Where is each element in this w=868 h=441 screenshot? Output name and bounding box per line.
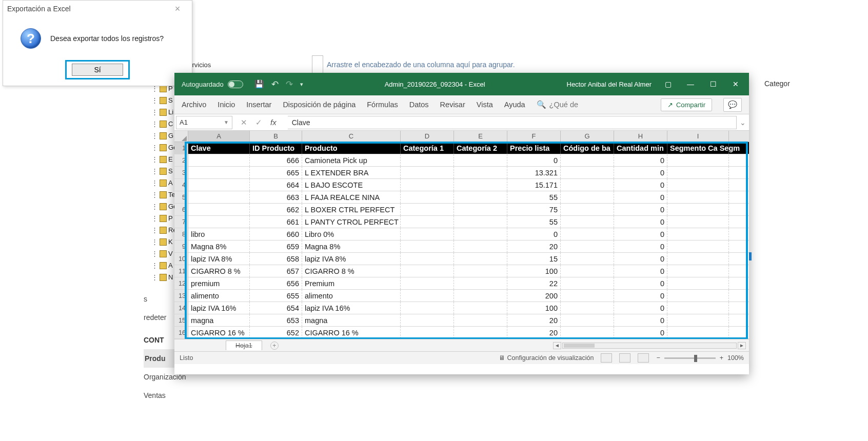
cell[interactable]: [401, 191, 454, 203]
cell[interactable]: [667, 302, 729, 314]
header-cell[interactable]: Categoría 2: [454, 142, 507, 154]
cell[interactable]: [454, 228, 507, 240]
fx-icon[interactable]: fx: [270, 118, 280, 127]
row-header[interactable]: 12: [174, 277, 188, 290]
cell[interactable]: [561, 277, 614, 289]
cell[interactable]: 200: [507, 290, 561, 302]
cell[interactable]: [454, 265, 507, 277]
tab-datos[interactable]: Datos: [409, 101, 429, 109]
view-layout-icon[interactable]: [619, 353, 630, 363]
sheet-tab[interactable]: Hoja1: [226, 340, 262, 350]
cell[interactable]: L EXTENDER BRA: [302, 167, 401, 178]
cell[interactable]: 100: [507, 302, 561, 314]
col-H[interactable]: H: [614, 131, 667, 142]
cell[interactable]: [401, 154, 454, 166]
cell[interactable]: 0: [614, 240, 667, 252]
accept-formula-icon[interactable]: ✓: [255, 118, 262, 127]
row-header[interactable]: 4: [174, 179, 188, 191]
tab-formulas[interactable]: Fórmulas: [367, 101, 398, 109]
cell[interactable]: [667, 290, 729, 302]
cell[interactable]: [561, 314, 614, 326]
cell[interactable]: 660: [250, 228, 302, 240]
cell[interactable]: 0: [614, 179, 667, 191]
cell[interactable]: Libro 0%: [302, 228, 401, 240]
header-cell[interactable]: Clave: [188, 142, 250, 154]
cell[interactable]: 15: [507, 253, 561, 265]
cell[interactable]: L BOXER CTRL PERFECT: [302, 204, 401, 215]
cell[interactable]: [454, 154, 507, 166]
cell[interactable]: [401, 265, 454, 277]
maximize-icon[interactable]: ☐: [704, 77, 722, 91]
cell[interactable]: 20: [507, 240, 561, 252]
cell[interactable]: [561, 240, 614, 252]
cell[interactable]: [401, 253, 454, 265]
cell[interactable]: [188, 204, 250, 215]
cell[interactable]: 0: [614, 204, 667, 215]
col-B[interactable]: B: [250, 131, 302, 142]
display-settings[interactable]: 🖥 Configuración de visualización: [499, 354, 594, 362]
cell[interactable]: 654: [250, 302, 302, 314]
cell[interactable]: Magna 8%: [302, 240, 401, 252]
cell[interactable]: [561, 253, 614, 265]
ribbon-options-icon[interactable]: ▢: [659, 77, 677, 91]
cell[interactable]: [188, 154, 250, 166]
cell[interactable]: [401, 314, 454, 326]
row-header[interactable]: 6: [174, 204, 188, 216]
cell[interactable]: [667, 216, 729, 228]
zoom-out-icon[interactable]: −: [656, 354, 660, 362]
cell[interactable]: [561, 290, 614, 302]
scroll-left-icon[interactable]: ◄: [553, 342, 561, 349]
cell[interactable]: [667, 179, 729, 191]
cell[interactable]: [667, 277, 729, 289]
row-header[interactable]: 3: [174, 167, 188, 179]
cell[interactable]: lapiz IVA 8%: [302, 253, 401, 265]
cell[interactable]: [667, 314, 729, 326]
cell[interactable]: 0: [507, 228, 561, 240]
row-header[interactable]: 11: [174, 265, 188, 277]
save-icon[interactable]: 💾: [254, 79, 264, 89]
row-header[interactable]: 15: [174, 314, 188, 327]
cell[interactable]: 55: [507, 191, 561, 203]
horizontal-scrollbar[interactable]: ◄ ►: [553, 342, 746, 349]
tab-ventas[interactable]: Ventas: [144, 386, 186, 405]
header-cell[interactable]: Categoría 1: [401, 142, 454, 154]
cell[interactable]: [561, 191, 614, 203]
cell[interactable]: [401, 290, 454, 302]
view-pagebreak-icon[interactable]: [638, 353, 649, 363]
cell[interactable]: [454, 253, 507, 265]
cell[interactable]: lapiz IVA 16%: [188, 302, 250, 314]
cell[interactable]: magna: [188, 314, 250, 326]
chevron-down-icon[interactable]: ▼: [224, 119, 229, 125]
cell[interactable]: 100: [507, 265, 561, 277]
cell[interactable]: [454, 314, 507, 326]
cell[interactable]: [401, 302, 454, 314]
cell[interactable]: 0: [614, 228, 667, 240]
cell[interactable]: [454, 216, 507, 228]
cell[interactable]: 0: [614, 191, 667, 203]
cell[interactable]: [401, 277, 454, 289]
row-header[interactable]: 14: [174, 302, 188, 314]
tab-disposicion[interactable]: Disposición de página: [283, 101, 356, 109]
cell[interactable]: alimento: [302, 290, 401, 302]
select-all-corner[interactable]: [174, 131, 188, 142]
cell[interactable]: lapiz IVA 16%: [302, 302, 401, 314]
cell[interactable]: [454, 204, 507, 215]
cell[interactable]: [188, 167, 250, 178]
header-cell[interactable]: Cantidad min: [614, 142, 667, 154]
cell[interactable]: [454, 277, 507, 289]
cell[interactable]: [561, 216, 614, 228]
cell[interactable]: [667, 191, 729, 203]
cell[interactable]: 20: [507, 314, 561, 326]
tab-revisar[interactable]: Revisar: [440, 101, 465, 109]
cell[interactable]: 13.321: [507, 167, 561, 178]
cell[interactable]: 0: [614, 167, 667, 178]
cell[interactable]: 663: [250, 191, 302, 203]
cell[interactable]: 0: [614, 277, 667, 289]
cell[interactable]: 0: [507, 154, 561, 166]
cell[interactable]: 653: [250, 314, 302, 326]
yes-button[interactable]: Sí: [72, 64, 123, 76]
minimize-icon[interactable]: —: [681, 77, 700, 91]
cell[interactable]: [667, 228, 729, 240]
header-cell[interactable]: Producto: [302, 142, 401, 154]
cell[interactable]: Camioneta Pick up: [302, 154, 401, 166]
